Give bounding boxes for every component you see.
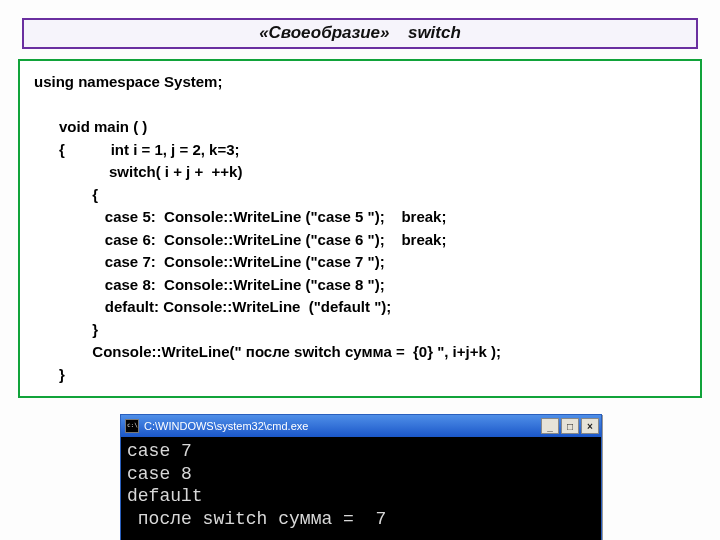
cmd-icon bbox=[125, 419, 139, 433]
cmd-output: case 7 case 8 default после switch сумма… bbox=[121, 437, 601, 540]
cmd-window: C:\WINDOWS\system32\cmd.exe _ □ × case 7… bbox=[120, 414, 602, 540]
code-listing: using namespace System; void main ( ) { … bbox=[34, 71, 686, 386]
cmd-title: C:\WINDOWS\system32\cmd.exe bbox=[144, 420, 541, 432]
window-buttons: _ □ × bbox=[541, 418, 599, 434]
slide-title-frame: «Своеобразие» switch bbox=[22, 18, 698, 49]
maximize-button[interactable]: □ bbox=[561, 418, 579, 434]
title-left: «Своеобразие» bbox=[259, 23, 389, 42]
code-listing-frame: using namespace System; void main ( ) { … bbox=[18, 59, 702, 398]
cmd-titlebar: C:\WINDOWS\system32\cmd.exe _ □ × bbox=[121, 415, 601, 437]
minimize-button[interactable]: _ bbox=[541, 418, 559, 434]
close-button[interactable]: × bbox=[581, 418, 599, 434]
title-keyword: switch bbox=[408, 23, 461, 42]
